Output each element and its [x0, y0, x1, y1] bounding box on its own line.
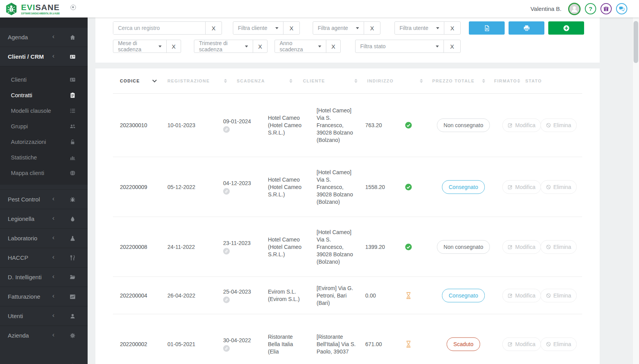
sidebar-item-haccp[interactable]: HACCP ‹: [0, 248, 88, 267]
clear-cliente-button[interactable]: X: [283, 22, 299, 34]
ban-icon: [546, 342, 551, 347]
filter-trimestre-select[interactable]: Trimestre di scadenza: [194, 40, 253, 52]
sidebar-toggle-icon[interactable]: [70, 5, 76, 10]
sidebar-item-label: HACCP: [0, 254, 28, 261]
help-button[interactable]: ?: [585, 3, 596, 14]
sort-icon[interactable]: [420, 79, 423, 83]
filter-cliente-select[interactable]: Filtra cliente: [233, 22, 283, 34]
brand-sane: SANE: [35, 3, 60, 12]
line-chart-icon: [70, 294, 76, 299]
add-contract-button[interactable]: [548, 21, 584, 35]
renewal-link-icon[interactable]: [223, 248, 230, 254]
clear-utente-button[interactable]: X: [444, 22, 460, 34]
column-header-codice[interactable]: CODICE: [120, 79, 140, 83]
vertical-scrollbar[interactable]: [632, 18, 639, 364]
sidebar-item-d-intelligenti[interactable]: D. Intelligenti ‹: [0, 267, 88, 287]
status-badge[interactable]: Non consegnato: [437, 240, 490, 254]
status-badge[interactable]: Consegnato: [442, 289, 485, 302]
filter-anno-select[interactable]: Anno scadenza: [275, 40, 326, 52]
clear-stato-button[interactable]: X: [444, 40, 460, 52]
sort-icon[interactable]: [289, 79, 292, 83]
cell-prezzo: 763.20: [365, 122, 382, 129]
sort-desc-icon[interactable]: [152, 78, 157, 82]
filter-stato-select[interactable]: Filtra stato: [356, 40, 444, 52]
clear-trimestre-button[interactable]: X: [253, 40, 267, 52]
cell-indirizzo: [Ristorante Bell'Italia] Via S. Paolo, 3…: [317, 333, 356, 355]
renewal-link-icon[interactable]: [223, 126, 230, 133]
sidebar-item-modelli-clausole[interactable]: Modelli clausole: [0, 103, 88, 119]
utensils-icon: [70, 255, 76, 261]
sidebar-item-partial[interactable]: [0, 357, 88, 364]
delete-button[interactable]: Elimina: [540, 180, 577, 194]
scrollbar-thumb[interactable]: [634, 21, 638, 63]
clear-search-button[interactable]: X: [205, 22, 222, 34]
user-avatar[interactable]: [568, 3, 581, 15]
status-badge[interactable]: Non consegnato: [437, 119, 490, 132]
edit-button[interactable]: Modifica: [502, 338, 541, 351]
sidebar-item-legionella[interactable]: Legionella ‹: [0, 209, 88, 228]
status-badge[interactable]: Consegnato: [442, 180, 485, 194]
sidebar-item-utenti[interactable]: Utenti ‹: [0, 306, 88, 326]
filter-agente-select[interactable]: Filtra agente: [313, 22, 364, 34]
print-button[interactable]: [509, 21, 544, 35]
renewal-link-icon[interactable]: [223, 188, 230, 194]
sidebar-item-fatturazione[interactable]: Fatturazione ‹: [0, 287, 88, 306]
sidebar-item-gruppi[interactable]: Gruppi: [0, 119, 88, 134]
cell-prezzo: 1558.20: [365, 183, 385, 191]
gift-button[interactable]: [600, 3, 612, 14]
sidebar-item-pest-control[interactable]: Pest Control ‹: [0, 189, 88, 209]
cell-cliente: Ristorante Bella Italia (Elia: [268, 333, 305, 355]
droplet-icon: [70, 216, 76, 222]
edit-button[interactable]: Modifica: [502, 240, 541, 254]
delete-button[interactable]: Elimina: [540, 119, 577, 132]
column-header-indirizzo[interactable]: INDIRIZZO: [367, 79, 394, 83]
sort-icon[interactable]: [517, 79, 520, 83]
export-excel-button[interactable]: [469, 21, 505, 35]
chat-button[interactable]: [616, 3, 627, 14]
sidebar-item-autorizzazioni[interactable]: Autorizzazioni: [0, 134, 88, 150]
globe-icon: [70, 170, 76, 176]
column-header-firmato[interactable]: FIRMATO: [494, 79, 517, 83]
sort-icon[interactable]: [224, 79, 227, 83]
status-badge[interactable]: Scaduto: [447, 338, 480, 351]
clear-mese-button[interactable]: X: [166, 40, 181, 52]
column-header-cliente[interactable]: CLIENTE: [303, 79, 325, 83]
edit-button[interactable]: Modifica: [502, 119, 541, 132]
sidebar-item-clienti[interactable]: Clienti: [0, 72, 88, 88]
sidebar-item-mappa-clienti[interactable]: Mappa clienti: [0, 165, 88, 181]
clear-agente-button[interactable]: X: [364, 22, 380, 34]
edit-button[interactable]: Modifica: [502, 180, 541, 194]
search-input[interactable]: [113, 22, 205, 34]
delete-button[interactable]: Elimina: [540, 289, 577, 302]
renewal-link-icon[interactable]: [223, 296, 230, 303]
cell-codice: 202200004: [120, 292, 147, 299]
sort-icon[interactable]: [354, 79, 357, 83]
sidebar-item-laboratorio[interactable]: Laboratorio ‹: [0, 228, 88, 248]
clear-anno-button[interactable]: X: [326, 40, 340, 52]
folder-icon: [70, 274, 76, 280]
delete-button[interactable]: Elimina: [540, 338, 577, 351]
filter-utente-select[interactable]: Filtra utente: [395, 22, 444, 34]
filter-mese-select[interactable]: Mese di scadenza: [113, 40, 166, 52]
delete-button[interactable]: Elimina: [540, 240, 577, 254]
column-header-registrazione[interactable]: REGISTRAZIONE: [167, 79, 210, 83]
sidebar-item-label: Gruppi: [0, 123, 28, 130]
edit-button[interactable]: Modifica: [502, 289, 541, 302]
renewal-link-icon[interactable]: [223, 345, 230, 352]
scadenza-date: 04-12-2023: [223, 180, 251, 186]
sidebar-item-label: Utenti: [0, 313, 23, 319]
cell-prezzo: 0.00: [365, 292, 376, 299]
sidebar-item-clienti-crm[interactable]: Clienti / CRM ‹: [0, 47, 88, 66]
sidebar-item-contratti[interactable]: Contratti: [0, 88, 88, 103]
sidebar-item-label: Modelli clausole: [0, 108, 51, 114]
edit-icon: [508, 123, 513, 128]
sidebar-item-azienda[interactable]: Azienda ‹: [0, 326, 88, 345]
column-header-prezzo-totale[interactable]: PREZZO TOTALE: [432, 79, 475, 83]
column-header-scadenza[interactable]: SCADENZA: [237, 79, 265, 83]
sort-icon[interactable]: [482, 79, 485, 83]
sidebar-item-agenda[interactable]: Agenda ‹: [0, 27, 88, 47]
sidebar-item-statistiche[interactable]: Statistiche: [0, 150, 88, 165]
cell-scadenza: 25-04-2023: [223, 288, 266, 303]
table-row: 202200002 01-05-2021 30-04-2022 Ristoran…: [113, 314, 582, 364]
cell-edit: Modifica: [502, 338, 541, 351]
